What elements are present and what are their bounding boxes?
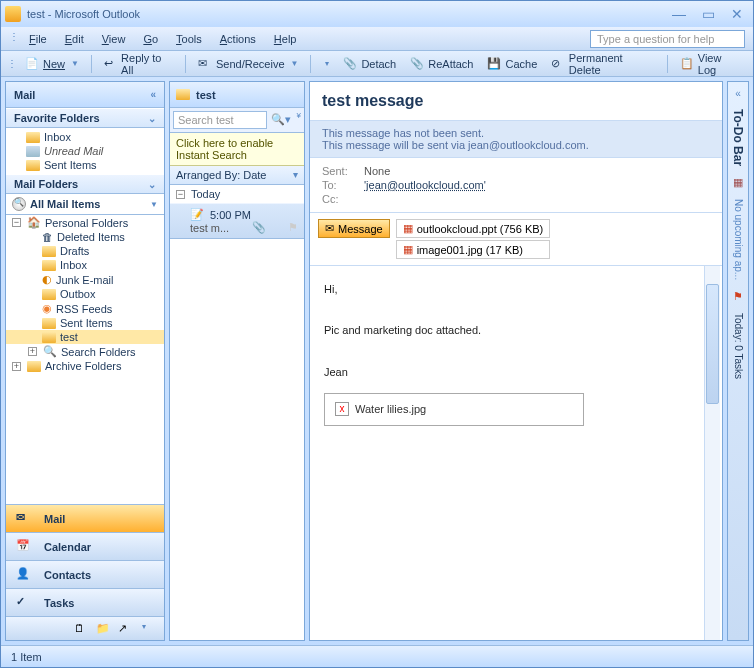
nav-mail[interactable]: ✉Mail [6, 504, 164, 532]
folder-test[interactable]: test [6, 330, 164, 344]
reattach-button[interactable]: 📎ReAttach [404, 55, 479, 73]
search-go-icon[interactable]: 🔍▾ [269, 111, 293, 129]
nav-calendar[interactable]: 📅Calendar [6, 532, 164, 560]
date-group-today[interactable]: − Today [170, 185, 304, 204]
reading-pane: test message This message has not been s… [309, 81, 723, 641]
folder-drafts[interactable]: Drafts [6, 244, 164, 258]
app-icon [5, 6, 21, 22]
expand-icon[interactable]: + [28, 347, 37, 356]
all-mail-items[interactable]: 🔍 All Mail Items ▼ [6, 194, 164, 215]
folder-inbox[interactable]: Inbox [6, 258, 164, 272]
rss-icon: ◉ [42, 302, 52, 315]
search-options-icon[interactable]: ¥ [297, 111, 301, 129]
navigation-pane: Mail « Favorite Folders⌄ Inbox Unread Ma… [5, 81, 165, 641]
search-icon: 🔍 [12, 197, 26, 211]
fav-inbox[interactable]: Inbox [6, 130, 164, 144]
menu-go[interactable]: Go [135, 31, 166, 47]
sent-icon [42, 318, 56, 329]
folder-deleted[interactable]: 🗑Deleted Items [6, 230, 164, 244]
embedded-image-placeholder[interactable]: x Water lilies.jpg [324, 393, 584, 427]
window-title: test - Microsoft Outlook [27, 8, 140, 20]
archive-folders[interactable]: +Archive Folders [6, 359, 164, 373]
nav-title: Mail [14, 89, 35, 101]
todo-expand-icon[interactable]: « [735, 88, 741, 99]
menu-actions[interactable]: Actions [212, 31, 264, 47]
drafts-icon [42, 246, 56, 257]
search-folder-icon [26, 146, 40, 157]
nav-collapse-icon[interactable]: « [150, 89, 156, 100]
body-line: Hi, [324, 280, 708, 300]
outbox-icon [42, 289, 56, 300]
cache-button[interactable]: 💾Cache [481, 55, 543, 73]
reply-all-button[interactable]: ↩Reply to All [98, 50, 179, 78]
message-headers: Sent:None To:'jean@outlookcloud.com' Cc: [310, 158, 722, 213]
toolbar-more[interactable]: ▾ [317, 57, 335, 70]
maximize-button[interactable]: ▭ [696, 6, 721, 22]
menubar-handle[interactable]: ⋮ [9, 31, 19, 47]
collapse-icon[interactable]: − [12, 218, 21, 227]
toolbar-handle[interactable]: ⋮ [7, 58, 17, 69]
personal-folders[interactable]: −🏠Personal Folders [6, 215, 164, 230]
scrollbar-thumb[interactable] [706, 284, 719, 404]
view-log-button[interactable]: 📋View Log [674, 50, 747, 78]
body-line: Jean [324, 363, 708, 383]
flag-icon[interactable]: ⚑ [288, 221, 298, 234]
reattach-icon: 📎 [410, 57, 424, 71]
draft-icon: 📝 [190, 208, 204, 221]
scrollbar[interactable] [704, 266, 720, 640]
info-line-1: This message has not been sent. [322, 127, 710, 139]
reading-subject: test message [310, 82, 722, 121]
sent-label: Sent: [322, 165, 358, 177]
attachment-1[interactable]: ▦outlookcloud.ppt (756 KB) [396, 219, 551, 238]
permanent-delete-button[interactable]: ⊘Permanent Delete [545, 50, 661, 78]
instant-search-prompt[interactable]: Click here to enable Instant Search [170, 133, 304, 166]
message-subject: test m... [190, 222, 229, 234]
search-input[interactable]: Search test [173, 111, 267, 129]
folder-rss[interactable]: ◉RSS Feeds [6, 301, 164, 316]
menu-edit[interactable]: Edit [57, 31, 92, 47]
content-area: Mail « Favorite Folders⌄ Inbox Unread Ma… [1, 77, 753, 645]
notes-icon[interactable]: 🗒 [74, 622, 88, 636]
folder-junk[interactable]: ◐Junk E-mail [6, 272, 164, 287]
collapse-icon[interactable]: − [176, 190, 185, 199]
expand-icon[interactable]: + [12, 362, 21, 371]
menu-file[interactable]: File [21, 31, 55, 47]
help-search-input[interactable]: Type a question for help [590, 30, 745, 48]
attachment-2[interactable]: ▦image001.jpg (17 KB) [396, 240, 551, 259]
todo-title: To-Do Bar [731, 109, 745, 166]
new-button[interactable]: 📄New▼ [19, 55, 85, 73]
delete-icon: ⊘ [551, 57, 565, 71]
folder-sent[interactable]: Sent Items [6, 316, 164, 330]
close-button[interactable]: ✕ [725, 6, 749, 22]
sort-direction-icon[interactable]: ▾ [293, 169, 298, 181]
mail-folders-header[interactable]: Mail Folders⌄ [6, 174, 164, 194]
broken-image-icon: x [335, 402, 349, 416]
folder-list-icon[interactable]: 📁 [96, 622, 110, 636]
folder-outbox[interactable]: Outbox [6, 287, 164, 301]
menubar: ⋮ File Edit View Go Tools Actions Help T… [1, 27, 753, 51]
minimize-button[interactable]: — [666, 6, 692, 22]
to-recipient[interactable]: 'jean@outlookcloud.com' [364, 179, 486, 191]
info-bar: This message has not been sent. This mes… [310, 121, 722, 158]
message-item[interactable]: 📝5:00 PM test m...📎⚑ [170, 204, 304, 239]
arrange-by[interactable]: Arranged By: Date▾ [170, 166, 304, 185]
ppt-icon: ▦ [403, 222, 413, 235]
detach-button[interactable]: 📎Detach [337, 55, 402, 73]
date-navigator-icon[interactable]: ▦ [733, 176, 743, 189]
menu-view[interactable]: View [94, 31, 134, 47]
nav-config-icon[interactable]: ▾ [142, 622, 156, 636]
folder-tree: −🏠Personal Folders 🗑Deleted Items Drafts… [6, 215, 164, 504]
send-receive-button[interactable]: ✉Send/Receive▼ [192, 55, 304, 73]
nav-tasks[interactable]: ✓Tasks [6, 588, 164, 616]
flag-icon[interactable]: ⚑ [733, 290, 743, 303]
shortcuts-icon[interactable]: ↗ [118, 622, 132, 636]
folder-icon [42, 332, 56, 343]
message-tab[interactable]: ✉Message [318, 219, 390, 238]
fav-sent[interactable]: Sent Items [6, 158, 164, 172]
menu-tools[interactable]: Tools [168, 31, 210, 47]
nav-contacts[interactable]: 👤Contacts [6, 560, 164, 588]
favorite-folders-header[interactable]: Favorite Folders⌄ [6, 108, 164, 128]
search-folders[interactable]: +🔍Search Folders [6, 344, 164, 359]
fav-unread[interactable]: Unread Mail [6, 144, 164, 158]
menu-help[interactable]: Help [266, 31, 305, 47]
